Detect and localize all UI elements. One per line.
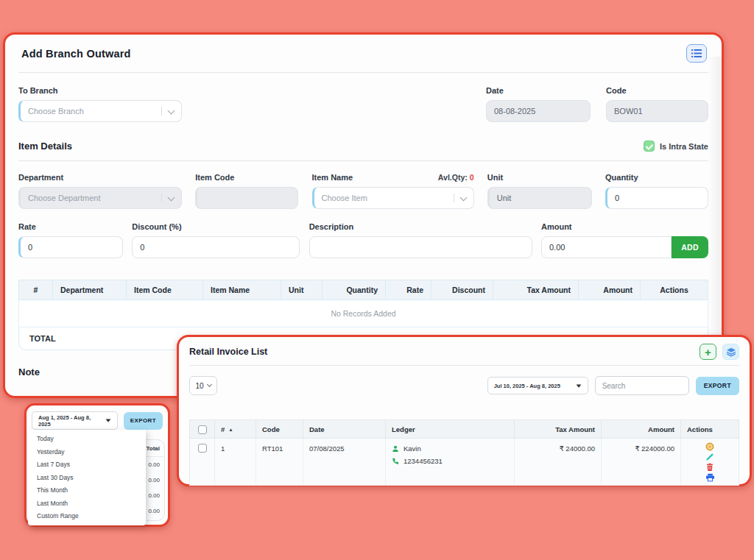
chevron-down-icon <box>168 107 175 115</box>
invoice-code: RT101 <box>256 439 303 485</box>
unit-input: Unit <box>487 187 592 209</box>
amount-input[interactable] <box>549 243 663 252</box>
add-invoice-button[interactable]: + <box>700 344 716 360</box>
empty-state-text: No Records Added <box>18 300 708 327</box>
chevron-down-icon <box>207 382 212 387</box>
coin-icon <box>705 442 714 451</box>
department-select: Choose Department <box>18 187 182 209</box>
delete-button[interactable] <box>705 462 715 472</box>
table-view-button[interactable] <box>686 44 707 63</box>
invoice-table-header: # ▲ Code Date Ledger Tax Amount Amount A… <box>189 419 739 439</box>
available-qty: Avl.Qty: 0 <box>438 173 474 187</box>
option-yesterday[interactable]: Yesterday <box>28 446 146 459</box>
list-view-icon <box>691 49 702 57</box>
rate-input[interactable] <box>28 243 115 252</box>
item-details-heading: Item Details <box>18 141 72 152</box>
check-icon <box>644 141 655 152</box>
quantity-input-wrap <box>605 187 708 209</box>
person-icon <box>392 445 399 453</box>
to-branch-select[interactable]: Choose Branch <box>18 100 182 122</box>
description-input-wrap <box>309 236 532 258</box>
item-code-label: Item Code <box>195 173 298 182</box>
print-icon <box>705 473 715 482</box>
add-item-button[interactable]: ADD <box>672 236 708 258</box>
invoice-date-range-select[interactable]: Jul 10, 2025 - Aug 8, 2025 <box>487 377 588 394</box>
triangle-down-icon <box>576 384 581 387</box>
items-table-header: # Department Item Code Item Name Unit Qu… <box>18 280 708 300</box>
invoice-table: # ▲ Code Date Ledger Tax Amount Amount A… <box>189 419 739 486</box>
print-button[interactable] <box>705 472 715 482</box>
item-code-input <box>195 187 298 209</box>
discount-input-wrap <box>132 236 300 258</box>
triangle-down-icon <box>105 419 110 422</box>
actions-cell <box>681 439 739 485</box>
date-filter-panel: Aug 1, 2025 - Aug 8, 2025 EXPORT Total 0… <box>24 403 170 527</box>
option-last-30-days[interactable]: Last 30 Days <box>28 472 146 485</box>
search-input[interactable] <box>602 377 682 394</box>
date-label: Date <box>486 86 591 95</box>
ledger-cell: Kavin 1234456231 <box>386 439 515 485</box>
chevron-down-icon <box>459 194 467 202</box>
discount-input[interactable] <box>140 243 292 252</box>
row-number: 1 <box>215 439 256 485</box>
payment-button[interactable] <box>705 442 715 451</box>
code-label: Code <box>606 86 708 95</box>
quantity-label: Quantity <box>605 173 708 182</box>
sort-ascending-icon: ▲ <box>228 427 233 432</box>
invoice-date: 07/08/2025 <box>303 439 386 485</box>
amount-value: ₹ 224000.00 <box>602 439 681 485</box>
page-title: Add Branch Outward <box>21 48 131 60</box>
invoice-export-button[interactable]: EXPORT <box>696 377 739 395</box>
description-input[interactable] <box>317 243 524 252</box>
rate-label: Rate <box>18 222 123 231</box>
amount-input-wrap <box>541 236 672 258</box>
retail-invoice-panel: Retail Invoice List + 10 Jul 10, 2025 - <box>177 335 752 486</box>
invoice-table-row: 1 RT101 07/08/2025 Kavin <box>189 439 739 486</box>
layers-button[interactable] <box>722 344 739 360</box>
date-input: 08-08-2025 <box>486 100 591 122</box>
row-checkbox[interactable] <box>198 444 207 453</box>
discount-label: Discount (%) <box>132 222 300 231</box>
department-label: Department <box>18 173 182 182</box>
description-label: Description <box>309 222 532 231</box>
edit-icon <box>705 453 714 461</box>
page-background: Add Branch Outward To Branch Choose Bran… <box>0 0 754 560</box>
option-this-month[interactable]: This Month <box>28 484 146 497</box>
search-box <box>595 376 689 395</box>
date-range-dropdown: Today Yesterday Last 7 Days Last 30 Days… <box>28 430 146 525</box>
unit-label: Unit <box>487 173 592 182</box>
option-last-month[interactable]: Last Month <box>28 497 146 511</box>
option-last-7-days[interactable]: Last 7 Days <box>28 458 146 472</box>
plus-icon: + <box>705 347 711 358</box>
chevron-down-icon <box>168 194 175 202</box>
filter-export-button[interactable]: EXPORT <box>124 412 163 430</box>
tax-amount-value: ₹ 24000.00 <box>515 439 602 485</box>
code-input: BOW01 <box>606 100 708 122</box>
layers-icon <box>726 347 736 357</box>
rate-input-wrap <box>18 236 123 258</box>
divider <box>189 365 739 366</box>
amount-label: Amount <box>541 222 672 231</box>
divider <box>18 72 708 73</box>
is-intra-state-checkbox[interactable]: Is Intra State <box>644 141 708 152</box>
delete-icon <box>705 463 714 472</box>
to-branch-label: To Branch <box>18 86 182 95</box>
filter-date-range-select[interactable]: Aug 1, 2025 - Aug 8, 2025 <box>32 411 118 430</box>
quantity-input[interactable] <box>615 194 700 202</box>
sort-by-number-header[interactable]: # ▲ <box>215 420 256 438</box>
option-custom-range[interactable]: Custom Range <box>28 510 146 523</box>
divider <box>18 160 708 161</box>
retail-invoice-title: Retail Invoice List <box>189 347 267 357</box>
phone-icon <box>392 458 399 465</box>
option-today[interactable]: Today <box>28 433 146 446</box>
select-all-checkbox[interactable] <box>198 425 207 434</box>
item-name-select[interactable]: Choose Item <box>312 187 474 209</box>
page-size-select[interactable]: 10 <box>189 376 217 395</box>
edit-button[interactable] <box>705 452 715 461</box>
item-name-label: Item Name <box>312 173 353 182</box>
